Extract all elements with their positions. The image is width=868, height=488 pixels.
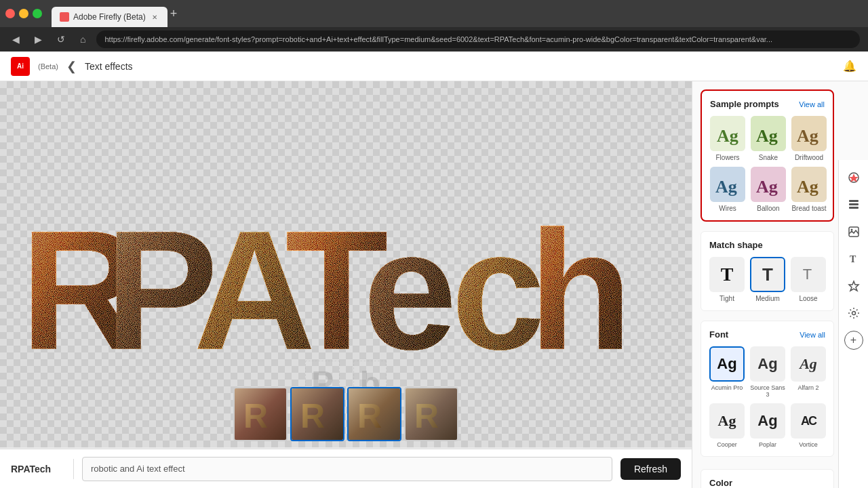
prompt-snake-label: Snake xyxy=(759,154,778,161)
close-window-button[interactable] xyxy=(5,9,15,18)
thumbnail-3[interactable]: R xyxy=(347,387,401,441)
font-cooper-label: Cooper xyxy=(717,441,737,448)
shape-tight-thumb: T xyxy=(709,257,745,292)
color-title: Color xyxy=(709,478,825,488)
font-vortice-label: Vortice xyxy=(799,441,818,448)
font-vortice[interactable]: AC Vortice xyxy=(791,403,826,448)
nav-home-button[interactable]: ⌂ xyxy=(76,33,90,46)
prompt-breadtoast[interactable]: Ag Bread toast xyxy=(791,167,827,212)
tab-title: Adobe Firefly (Beta) xyxy=(73,12,146,22)
prompt-input[interactable] xyxy=(82,457,612,481)
effects-icon[interactable] xyxy=(842,274,866,298)
text-effect-svg: R P A T e c h xyxy=(17,173,648,376)
beta-badge: (Beta) xyxy=(38,62,58,70)
prompt-balloon[interactable]: Ag Balloon xyxy=(751,167,786,212)
divider xyxy=(73,459,74,479)
shape-tight-label: Tight xyxy=(719,295,734,302)
prompt-wires[interactable]: Ag Wires xyxy=(710,167,745,212)
match-shape-header: Match shape xyxy=(709,240,825,250)
nav-refresh-button[interactable]: ↺ xyxy=(53,33,69,46)
shape-loose[interactable]: T Loose xyxy=(791,257,826,302)
font-source-sans[interactable]: Ag Source Sans 3 xyxy=(750,346,785,398)
font-acumin-pro[interactable]: Ag Acumin Pro xyxy=(709,346,745,398)
font-cooper[interactable]: Ag Cooper xyxy=(709,403,745,448)
svg-text:e: e xyxy=(363,196,457,376)
text-effect-display: R P A T e c h xyxy=(17,173,648,376)
url-bar[interactable]: https://firefly.adobe.com/generate/font-… xyxy=(96,30,860,48)
browser-chrome: Adobe Firefly (Beta) ✕ + xyxy=(0,0,868,27)
svg-text:Ag: Ag xyxy=(715,177,737,197)
match-shape-title: Match shape xyxy=(709,240,763,250)
window-controls xyxy=(5,9,42,18)
image-icon[interactable] xyxy=(842,220,866,244)
svg-text:Ag: Ag xyxy=(717,126,738,146)
prompt-wires-label: Wires xyxy=(719,205,736,212)
bell-icon[interactable]: 🔔 xyxy=(842,59,857,74)
nav-back-button[interactable]: ◀ xyxy=(8,33,24,46)
shape-medium[interactable]: T Medium xyxy=(750,257,785,302)
back-button[interactable]: ❮ xyxy=(66,59,77,74)
prompt-snake[interactable]: Ag Snake xyxy=(751,116,786,161)
bottom-bar: RPATech Refresh xyxy=(0,449,692,488)
font-acumin-pro-label: Acumin Pro xyxy=(711,384,743,391)
font-section: Font View all Ag Acumin Pro Ag Source Sa… xyxy=(701,321,834,457)
svg-text:Ag: Ag xyxy=(756,177,778,197)
font-poplar-label: Poplar xyxy=(759,441,776,448)
svg-text:R: R xyxy=(357,397,382,435)
tab-favicon xyxy=(60,12,69,22)
match-shape-section: Match shape T Tight T Medium T xyxy=(701,231,834,311)
font-alfarn[interactable]: Ag Alfarn 2 xyxy=(791,346,826,398)
sample-prompts-header: Sample prompts View all xyxy=(710,99,825,109)
prompt-flowers-thumb: Ag xyxy=(710,116,745,151)
side-toolbar: T + xyxy=(838,160,868,488)
svg-text:h: h xyxy=(529,196,633,376)
maximize-window-button[interactable] xyxy=(33,9,42,18)
address-bar: ◀ ▶ ↺ ⌂ https://firefly.adobe.com/genera… xyxy=(0,27,868,52)
prompt-flowers[interactable]: Ag Flowers xyxy=(710,116,745,161)
font-poplar-thumb: Ag xyxy=(750,403,785,439)
svg-text:Ag: Ag xyxy=(797,177,818,197)
color-section: Color Background Color Text Color Tailor… xyxy=(701,469,834,488)
svg-text:R: R xyxy=(300,397,325,435)
svg-marker-30 xyxy=(849,281,859,291)
add-icon[interactable]: + xyxy=(844,331,863,350)
prompt-driftwood[interactable]: Ag Driftwood xyxy=(791,116,827,161)
font-view-all[interactable]: View all xyxy=(800,331,825,339)
prompt-flowers-label: Flowers xyxy=(715,154,739,161)
new-tab-button[interactable]: + xyxy=(170,7,178,21)
layers-icon[interactable] xyxy=(842,192,866,217)
font-header: Font View all xyxy=(709,329,825,340)
settings-icon[interactable] xyxy=(842,301,866,325)
type-icon[interactable]: T xyxy=(842,247,866,271)
font-alfarn-thumb: Ag xyxy=(791,346,826,382)
font-alfarn-label: Alfarn 2 xyxy=(797,384,818,391)
canvas-area: R P A T e c h xyxy=(0,81,692,488)
refresh-button[interactable]: Refresh xyxy=(620,458,681,480)
shape-tight[interactable]: T Tight xyxy=(709,257,745,302)
thumbnail-2[interactable]: R xyxy=(290,387,344,441)
font-source-sans-label: Source Sans 3 xyxy=(750,384,785,398)
page-title: Text effects xyxy=(85,61,133,72)
app-header: Ai (Beta) ❮ Text effects 🔔 xyxy=(0,52,868,81)
prompt-snake-thumb: Ag xyxy=(751,116,786,151)
sample-prompts-view-all[interactable]: View all xyxy=(799,100,825,108)
prompt-balloon-thumb: Ag xyxy=(751,167,786,202)
nav-forward-button[interactable]: ▶ xyxy=(31,33,46,46)
browser-tab[interactable]: Adobe Firefly (Beta) ✕ xyxy=(52,7,167,27)
font-title: Font xyxy=(709,329,728,340)
tab-close-button[interactable]: ✕ xyxy=(150,12,159,22)
firefly-icon[interactable] xyxy=(842,165,866,190)
sample-prompts-section: Sample prompts View all Ag Flowers Ag Sn… xyxy=(701,89,834,222)
font-poplar[interactable]: Ag Poplar xyxy=(750,403,785,448)
thumbnail-strip: R R R R xyxy=(231,384,461,444)
minimize-window-button[interactable] xyxy=(19,9,28,18)
thumbnail-4[interactable]: R xyxy=(404,387,458,441)
font-acumin-pro-thumb: Ag xyxy=(709,346,745,382)
adobe-logo: Ai xyxy=(11,57,30,76)
svg-rect-26 xyxy=(849,207,859,209)
tab-bar: Adobe Firefly (Beta) ✕ + xyxy=(52,0,863,27)
prompt-balloon-label: Balloon xyxy=(757,205,779,212)
prompt-driftwood-thumb: Ag xyxy=(791,116,827,151)
thumbnail-1[interactable]: R xyxy=(233,387,288,441)
text-input-label: RPATech xyxy=(11,464,65,474)
